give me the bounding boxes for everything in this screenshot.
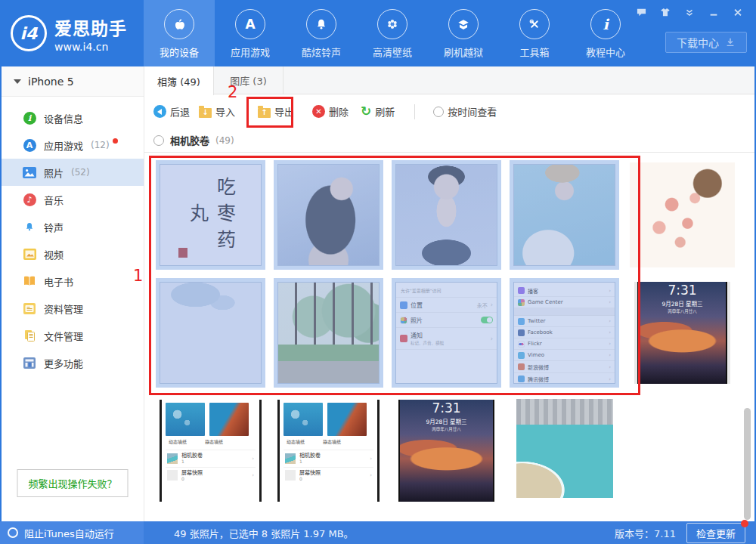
sidebar-item-music[interactable]: ♪ 音乐 <box>2 186 144 213</box>
photos-icon <box>23 165 36 179</box>
status-bar: 阻止iTunes自动运行 49 张照片，已选中 8 张照片 1.97 MB。 版… <box>0 521 756 544</box>
app-url: www.i4.cn <box>54 41 127 53</box>
sidebar-item-ringtones[interactable]: 铃声 <box>2 213 144 240</box>
sidebar-item-videos[interactable]: 视频 <box>2 240 144 267</box>
itunes-block-radio[interactable] <box>8 527 18 538</box>
vertical-scrollbar[interactable] <box>744 408 751 520</box>
photo-thumbnail[interactable]: 允许"爱思相册"访问 位置 永不 › 照片 通知标记、声音、横幅 <box>392 278 501 388</box>
collapse-icon[interactable] <box>682 6 697 18</box>
dynamic-wallpaper-thumb <box>166 403 205 436</box>
app-title: 爱思助手 <box>54 14 127 40</box>
sidebar-item-data-management[interactable]: 资料管理 <box>2 295 144 322</box>
export-folder-icon: ↑ <box>258 108 271 118</box>
photo-portrait <box>277 164 380 266</box>
photo-portrait <box>395 164 497 266</box>
window-border-left <box>0 66 2 544</box>
sidebar-item-device-info[interactable]: i 设备信息 <box>2 104 144 131</box>
photo-screenshot-settings: 允许"爱思相册"访问 位置 永不 › 照片 通知标记、声音、横幅 <box>395 282 497 384</box>
photo-thumbnail[interactable] <box>156 278 265 388</box>
photo-thumbnail[interactable] <box>274 278 383 388</box>
photo-grid: 吃枣药丸 <box>144 153 754 505</box>
tab-gallery[interactable]: 图库 (3) <box>214 66 284 94</box>
photo-thumbnail[interactable]: 播客› Game Center› Twitter› Facebook› Flic… <box>510 278 619 388</box>
location-icon <box>400 301 407 309</box>
minimize-icon[interactable] <box>706 6 721 18</box>
photo-thumbnail[interactable]: 7:31 9月28日 星期三 丙申年八月廿八 <box>392 396 501 505</box>
notification-dot <box>113 138 118 144</box>
photo-thumbnail[interactable] <box>274 160 383 270</box>
delete-button[interactable]: ✕ 删除 <box>312 104 349 119</box>
photo-thumbnail[interactable]: 动态墙纸静态墙纸 相机胶卷1 › 屏幕快照0 › <box>274 396 383 505</box>
view-by-time-radio[interactable]: 按时间查看 <box>433 104 497 119</box>
nav-wallpapers[interactable]: 高清壁纸 <box>357 0 428 66</box>
itunes-block-label: 阻止iTunes自动运行 <box>24 526 114 540</box>
still-wallpaper-thumb <box>209 403 249 436</box>
photo-thumbnail[interactable] <box>510 396 619 505</box>
sidebar-item-apps-games[interactable]: A 应用游戏 (12) <box>2 131 144 159</box>
import-button[interactable]: ↓ 导入 <box>199 104 235 119</box>
photo-thumbnail[interactable]: 动态墙纸静态墙纸 相机胶卷1 › 屏幕快照0 › <box>156 396 265 505</box>
nav-my-device[interactable]: 我的设备 <box>144 0 215 66</box>
podcasts-icon <box>518 287 525 294</box>
nav-flash-jailbreak[interactable]: 刷机越狱 <box>428 0 499 66</box>
check-update-button[interactable]: 检查更新 <box>686 523 745 543</box>
app-window: i4 爱思助手 www.i4.cn 我的设备 A 应用游戏 酷炫铃声 <box>0 0 756 544</box>
camera-roll-count: (49) <box>215 135 234 146</box>
seal-stamp <box>178 248 187 258</box>
toggle-on <box>481 317 493 323</box>
photos-app-icon <box>400 317 407 324</box>
download-center-button[interactable]: 下载中心 <box>665 32 747 53</box>
bell-icon <box>306 9 336 39</box>
nav-apps-games[interactable]: A 应用游戏 <box>215 0 286 66</box>
info-icon: i <box>590 9 621 39</box>
photo-wallpaper-settings: 动态墙纸静态墙纸 相机胶卷1 › 屏幕快照0 › <box>160 400 262 502</box>
dynamic-wallpaper-thumb <box>284 403 323 436</box>
device-selector[interactable]: iPhone 5 <box>2 66 144 97</box>
twitter-icon <box>518 318 525 325</box>
music-icon: ♪ <box>23 193 36 206</box>
operation-failure-help-button[interactable]: 频繁出现操作失败？ <box>17 469 128 497</box>
apple-icon <box>164 9 194 39</box>
back-button[interactable]: 后退 <box>153 104 190 119</box>
files-icon <box>23 329 36 342</box>
nav-toolbox[interactable]: 工具箱 <box>499 0 570 66</box>
photo-thumbnail[interactable] <box>392 160 501 270</box>
top-nav: 我的设备 A 应用游戏 酷炫铃声 高清壁纸 <box>144 0 641 66</box>
box-icon <box>448 9 479 39</box>
nav-ringtones[interactable]: 酷炫铃声 <box>286 0 357 66</box>
selection-status: 49 张照片，已选中 8 张照片 1.97 MB。 <box>174 526 354 540</box>
notifications-icon <box>400 335 407 342</box>
photo-thumbnail[interactable] <box>627 160 737 270</box>
version-label: 版本号：7.11 <box>615 526 676 540</box>
photo-illustration <box>630 162 735 267</box>
photo-landscape <box>277 282 380 384</box>
refresh-button[interactable]: ↻ 刷新 <box>361 104 395 119</box>
photo-thumbnail[interactable] <box>510 160 619 270</box>
photo-portrait <box>513 164 615 266</box>
still-wallpaper-thumb <box>327 403 367 436</box>
close-icon[interactable] <box>730 6 745 18</box>
tab-albums[interactable]: 相簿 (49) <box>144 66 214 95</box>
sidebar-item-ebooks[interactable]: 电子书 <box>2 267 144 295</box>
feedback-icon[interactable] <box>634 6 649 18</box>
facebook-icon <box>518 329 525 336</box>
tencent-weibo-icon <box>518 376 525 382</box>
back-icon <box>153 105 166 118</box>
sidebar-item-photos[interactable]: 照片 (52) <box>2 159 144 186</box>
skin-icon[interactable] <box>658 6 673 18</box>
refresh-icon: ↻ <box>361 105 371 118</box>
sidebar-item-file-management[interactable]: 文件管理 <box>2 322 144 349</box>
main-panel: 相簿 (49) 图库 (3) 后退 ↓ 导入 ↑ 导出 ✕ 删除 ↻ 刷新 <box>144 66 754 521</box>
sina-weibo-icon <box>518 363 525 370</box>
book-icon <box>23 274 36 288</box>
sidebar: iPhone 5 i 设备信息 A 应用游戏 (12) 照片 (52) ♪ <box>2 66 144 521</box>
nav-tutorials[interactable]: i 教程中心 <box>570 0 641 66</box>
device-name: iPhone 5 <box>28 76 74 88</box>
camera-roll-radio[interactable] <box>153 135 164 146</box>
app-logo: i4 爱思助手 www.i4.cn <box>0 0 144 66</box>
photo-thumbnail[interactable]: 7:31 9月28日 星期三 丙申年八月廿八 <box>627 278 737 388</box>
export-button[interactable]: ↑ 导出 <box>258 104 294 119</box>
sidebar-item-more-features[interactable]: 更多功能 <box>2 349 144 376</box>
photo-screenshot-social: 播客› Game Center› Twitter› Facebook› Flic… <box>513 282 615 384</box>
photo-thumbnail[interactable]: 吃枣药丸 <box>156 160 265 270</box>
